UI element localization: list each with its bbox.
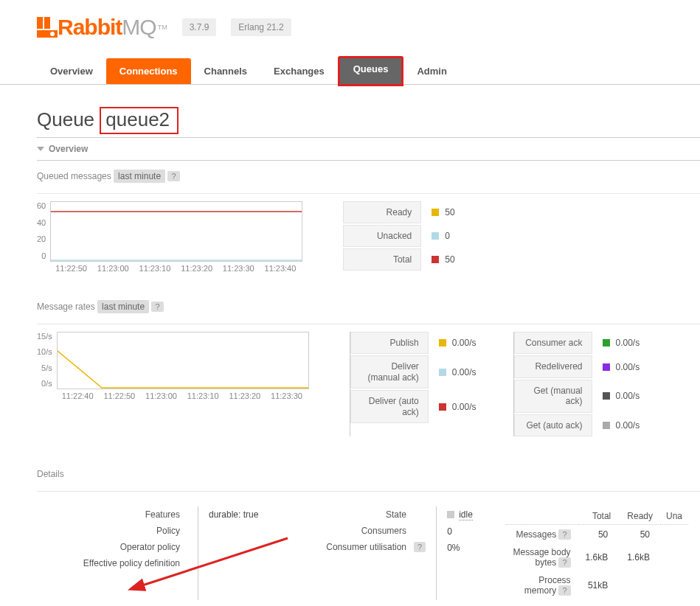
help-icon[interactable]: ?: [167, 171, 179, 181]
details-left: Features Policy Operator policy Effectiv…: [37, 506, 198, 600]
mem-ready: [618, 572, 659, 599]
legend-row: Get (manual ack)0.00/s: [514, 380, 640, 413]
details-mid-values: idle 0 0%: [437, 506, 494, 600]
features-value: durable: true: [209, 509, 258, 520]
policy-label: Policy: [47, 526, 187, 536]
y-tick: 15/s: [37, 332, 52, 341]
rates-plot: [58, 332, 308, 389]
legend-label[interactable]: Consumer ack: [514, 332, 592, 354]
svg-rect-1: [44, 17, 50, 29]
body-total: 1.6kB: [577, 544, 617, 571]
x-tick: 11:23:10: [134, 264, 176, 273]
legend-row: Ready50: [343, 201, 454, 223]
details-heading: Details: [37, 459, 700, 485]
x-tick: 11:22:50: [50, 264, 92, 273]
legend-row: Deliver (auto ack)0.00/s: [350, 390, 477, 423]
x-tick: 11:23:30: [266, 391, 308, 400]
chevron-down-icon: [37, 147, 44, 151]
tab-overview[interactable]: Overview: [37, 58, 106, 84]
help-icon[interactable]: ?: [151, 302, 163, 312]
details-left-values: durable: true: [198, 506, 293, 600]
x-tick: 11:23:00: [140, 391, 182, 400]
legend-swatch: [603, 363, 610, 371]
state-label: State: [303, 509, 414, 520]
x-tick: 11:23:20: [176, 264, 218, 273]
help-icon[interactable]: ?: [414, 542, 426, 552]
legend-swatch: [603, 392, 610, 400]
legend-label[interactable]: Ready: [343, 201, 421, 223]
legend-label[interactable]: Redelivered: [514, 355, 592, 377]
y-tick: 40: [37, 218, 46, 227]
legend-swatch: [603, 422, 610, 429]
messages-total: 50: [577, 526, 617, 543]
legend-label[interactable]: Publish: [350, 332, 429, 354]
state-value: idle: [459, 509, 473, 520]
mem-unacked: [660, 572, 688, 599]
rates-range-select[interactable]: last minute: [97, 300, 149, 313]
legend-row: Unacked0: [343, 225, 454, 247]
x-tick: 11:22:50: [98, 391, 140, 400]
messages-label: Messages: [516, 529, 556, 540]
x-tick: 11:22:40: [57, 391, 99, 400]
legend-label[interactable]: Unacked: [343, 225, 421, 247]
rates-legend-left: Publish0.00/sDeliver (manual ack)0.00/sD…: [350, 332, 477, 436]
legend-swatch: [432, 209, 439, 216]
features-label: Features: [47, 509, 187, 520]
tab-queues[interactable]: Queues: [338, 56, 404, 86]
body-ready: 1.6kB: [618, 544, 659, 571]
legend-swatch: [432, 256, 439, 263]
section-overview[interactable]: Overview: [37, 137, 700, 161]
effective-policy-label: Effective policy definition: [47, 558, 187, 568]
x-tick: 11:23:30: [218, 264, 260, 273]
legend-value: 0.00/s: [616, 362, 640, 372]
legend-label[interactable]: Deliver (auto ack): [350, 390, 429, 423]
operator-policy-label: Operator policy: [47, 542, 187, 552]
legend-swatch: [439, 339, 446, 346]
legend-value: 0: [445, 231, 450, 241]
logo-text: RabbitMQ: [58, 15, 156, 40]
y-tick: 0/s: [37, 379, 52, 388]
tab-channels[interactable]: Channels: [191, 58, 261, 84]
legend-value: 0.00/s: [452, 338, 477, 348]
details-mid: State Consumers Consumer utilisation ?: [293, 506, 436, 600]
help-icon[interactable]: ?: [558, 585, 570, 596]
y-tick: 20: [37, 234, 46, 243]
help-icon[interactable]: ?: [558, 557, 570, 568]
logo-trademark: TM: [158, 24, 167, 31]
rates-legend-right: Consumer ack0.00/sRedelivered0.00/sGet (…: [513, 332, 640, 436]
y-tick: 0: [37, 251, 46, 260]
legend-row: Total50: [343, 248, 454, 271]
legend-swatch: [439, 403, 446, 411]
svg-rect-0: [37, 17, 43, 29]
consumers-value: 0: [447, 526, 452, 537]
x-tick: 11:23:00: [92, 264, 134, 273]
x-tick: 11:23:40: [260, 264, 302, 273]
stats-col-unacked: Una: [660, 508, 688, 525]
details-right: Total Ready Una Messages ? 50 50 Message…: [494, 506, 700, 600]
tab-connections[interactable]: Connections: [106, 58, 191, 84]
consumer-utilisation-label: Consumer utilisation: [303, 542, 414, 552]
legend-label[interactable]: Get (manual ack): [514, 380, 592, 413]
legend-value: 0.00/s: [616, 420, 640, 431]
consumers-label: Consumers: [303, 526, 414, 536]
stats-col-total: Total: [577, 508, 617, 525]
help-icon[interactable]: ?: [558, 529, 570, 540]
legend-swatch: [603, 339, 610, 346]
svg-point-4: [50, 32, 55, 36]
main-tabs: Overview Connections Channels Exchanges …: [0, 58, 700, 85]
version-badge: 3.7.9: [182, 18, 217, 36]
legend-row: Redelivered0.00/s: [514, 355, 640, 377]
legend-label[interactable]: Deliver (manual ack): [350, 355, 429, 389]
legend-value: 0.00/s: [452, 367, 477, 377]
legend-label[interactable]: Total: [343, 248, 421, 271]
legend-row: Deliver (manual ack)0.00/s: [350, 355, 477, 389]
y-tick: 60: [37, 201, 46, 210]
queued-range-select[interactable]: last minute: [114, 170, 165, 183]
tab-admin[interactable]: Admin: [403, 58, 460, 84]
tab-exchanges[interactable]: Exchanges: [260, 58, 338, 84]
legend-row: Get (auto ack)0.00/s: [514, 414, 640, 436]
logo[interactable]: RabbitMQ TM: [37, 15, 167, 40]
legend-label[interactable]: Get (auto ack): [514, 414, 592, 436]
idle-icon: [447, 511, 454, 518]
legend-value: 0.00/s: [616, 338, 640, 348]
